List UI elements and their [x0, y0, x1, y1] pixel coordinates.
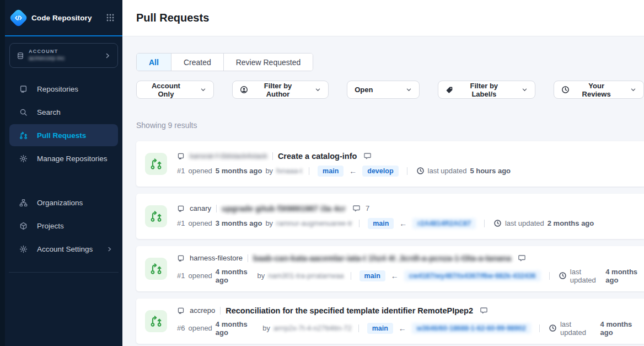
tag-icon	[446, 86, 453, 94]
pr-repo-name[interactable]: harness-filestore	[190, 254, 243, 262]
sidebar-header: Code Repository	[5, 0, 122, 36]
repo-icon	[19, 85, 28, 93]
pr-tabs: All Created Review Requested	[136, 53, 313, 71]
label-filter-dropdown[interactable]: Filter by Label/s	[438, 81, 535, 99]
updated-clock-icon	[549, 324, 557, 332]
clock-icon	[561, 86, 570, 94]
content: All Created Review Requested Account Onl…	[122, 36, 644, 346]
sidebar-nav-secondary: Organizations Projects Account Settings	[5, 191, 122, 261]
pr-row[interactable]: accrepo Reconciliation for the specified…	[136, 299, 644, 344]
user-icon	[240, 86, 248, 94]
account-selector[interactable]: ACCOUNT acmecorp inc	[9, 43, 118, 68]
chevron-down-icon	[406, 87, 412, 93]
sidebar-item-repositories[interactable]: Repositories	[9, 78, 118, 100]
pr-title[interactable]: Reconciliation for the specified templat…	[226, 306, 473, 315]
pr-number: #1	[177, 167, 185, 175]
chevron-down-icon	[315, 87, 321, 93]
pr-author[interactable]: fxnaaa-t	[276, 167, 302, 175]
pr-target-branch[interactable]: main	[367, 323, 393, 334]
pr-repo-name[interactable]: kansrat-f-t3dstack4stack	[190, 152, 267, 160]
pr-number: #6	[177, 324, 185, 332]
pr-title[interactable]: upgrade gitub f3t9891987 i3a 4cr	[222, 204, 346, 213]
by-label: by	[265, 167, 273, 175]
pr-open-icon	[145, 153, 167, 175]
sidebar-item-projects[interactable]: Projects	[9, 215, 118, 237]
scope-filter-dropdown[interactable]: Account Only	[136, 81, 214, 99]
pr-number: #1	[177, 219, 185, 227]
filter-label: Filter by Label/s	[458, 82, 509, 98]
by-label: by	[257, 272, 265, 280]
state-filter-dropdown[interactable]: Open	[347, 81, 420, 99]
pr-source-branch[interactable]: develop	[362, 166, 398, 177]
app-grid-icon[interactable]	[106, 13, 115, 22]
pr-source-branch[interactable]: cw4187/wy487/tx4367/f6w-682k-432436	[404, 270, 541, 281]
pr-open-icon	[145, 258, 167, 280]
pr-updated-age: 4 months ago	[600, 320, 644, 337]
sidebar-item-search[interactable]: Search	[9, 101, 118, 123]
module-rail	[0, 0, 5, 346]
opened-label: opened	[188, 272, 212, 280]
pull-request-icon	[19, 131, 28, 140]
pr-title[interactable]: baab-can-kata-aacemlar-iata-t 1hz4 4t .3…	[253, 254, 511, 263]
divider	[539, 324, 540, 332]
divider	[358, 324, 359, 332]
chevron-down-icon	[630, 87, 636, 93]
pr-source-branch[interactable]: r2A4814R2AC87	[412, 218, 476, 229]
pr-list: kansrat-f-t3dstack4stack Create a catalo…	[136, 141, 644, 344]
app-title: Code Repository	[31, 14, 106, 22]
sidebar-item-manage-repositories[interactable]: Manage Repositories	[9, 147, 118, 169]
tab-all[interactable]: All	[137, 54, 171, 71]
updated-clock-icon	[493, 219, 502, 227]
tab-review-requested[interactable]: Review Requested	[224, 54, 313, 71]
pr-repo-name[interactable]: canary	[190, 204, 211, 212]
updated-clock-icon	[416, 167, 425, 175]
pr-age: 5 months ago	[216, 167, 262, 175]
your-reviews-dropdown[interactable]: Your Reviews	[554, 81, 644, 99]
results-summary: Showing 9 results	[136, 121, 644, 130]
pr-source-branch[interactable]: w3646/60-18688-1-62-60-99-98902	[412, 323, 531, 334]
last-updated-label: last updated	[428, 167, 467, 175]
search-icon	[19, 108, 28, 116]
pr-author[interactable]: arrrp2x-7t-4-n27tt4ttn-72	[273, 324, 352, 332]
last-updated-label: last updated	[560, 320, 597, 337]
pr-target-branch[interactable]: main	[359, 270, 385, 281]
divider	[272, 152, 273, 160]
account-name: acmecorp inc	[29, 55, 104, 62]
pr-open-icon	[145, 205, 167, 227]
divider	[220, 307, 221, 315]
author-filter-dropdown[interactable]: Filter by Author	[232, 81, 329, 99]
last-updated-label: last updated	[505, 219, 544, 227]
sidebar-nav-primary: Repositories Search Pull Requests	[5, 78, 122, 171]
pr-comment-count: 7	[366, 204, 369, 212]
pr-target-branch[interactable]: main	[368, 218, 394, 229]
tab-created[interactable]: Created	[171, 54, 224, 71]
divider	[359, 220, 359, 227]
pr-age: 4 months ago	[216, 320, 259, 337]
pr-target-branch[interactable]: main	[318, 166, 344, 177]
chevron-right-icon	[106, 246, 112, 252]
sidebar-item-account-settings[interactable]: Account Settings	[9, 238, 118, 260]
sidebar-item-label: Search	[37, 108, 112, 116]
sidebar-item-label: Organizations	[37, 199, 112, 207]
last-updated-label: last updated	[570, 268, 602, 284]
by-label: by	[262, 324, 270, 332]
pr-row[interactable]: harness-filestore baab-can-kata-aacemlar…	[136, 246, 644, 291]
pr-updated-age: 4 months ago	[605, 268, 644, 284]
gear-icon	[19, 245, 28, 253]
pr-row[interactable]: canary upgrade gitub f3t9891987 i3a 4cr …	[136, 194, 644, 239]
sidebar: Code Repository ACCOUNT acmecorp inc	[5, 0, 122, 346]
pr-title[interactable]: Create a catalog-info	[278, 152, 357, 161]
pr-author[interactable]: nam301-tra-prratarrwaa	[268, 272, 344, 280]
comment-icon	[480, 306, 488, 315]
code-repository-logo-icon[interactable]	[9, 8, 28, 27]
pr-author[interactable]: ramnur-augmenuaree-tr	[276, 219, 352, 227]
sidebar-item-pull-requests[interactable]: Pull Requests	[9, 124, 118, 146]
pr-row[interactable]: kansrat-f-t3dstack4stack Create a catalo…	[136, 141, 644, 187]
filter-label: Filter by Author	[253, 82, 303, 98]
pr-updated-age: 2 months ago	[548, 219, 594, 227]
branch-arrow: ←	[399, 324, 406, 333]
pr-repo-name[interactable]: accrepo	[190, 306, 215, 315]
sidebar-item-organizations[interactable]: Organizations	[9, 191, 118, 214]
page-title: Pull Requests	[136, 12, 209, 24]
comment-icon	[352, 204, 361, 212]
